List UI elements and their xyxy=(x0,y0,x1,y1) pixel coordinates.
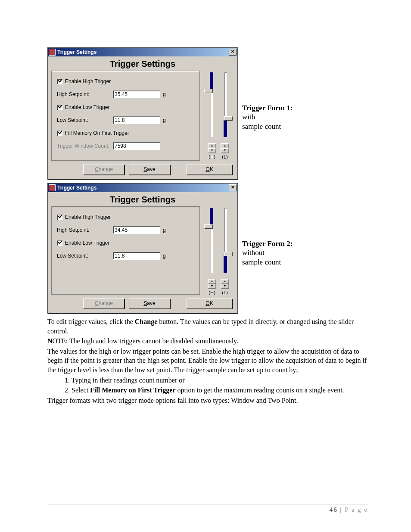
spin-up-icon[interactable]: ▲ xyxy=(221,143,229,148)
slider-panel: ▲ ▼ ▲ ▼ (H) (L) xyxy=(203,71,234,161)
ok-button[interactable]: OK xyxy=(187,299,232,309)
spin-up-icon[interactable]: ▲ xyxy=(221,279,229,284)
low-setpoint-input[interactable] xyxy=(113,116,160,124)
body-text: To edit trigger values, click the Change… xyxy=(47,317,368,405)
checkbox-icon xyxy=(57,105,62,110)
spin-down-icon[interactable]: ▼ xyxy=(208,284,216,289)
low-setpoint-input[interactable] xyxy=(113,252,160,260)
low-setpoint-label: Low Setpoint: xyxy=(57,117,113,123)
spin-l-label: (L) xyxy=(221,290,229,295)
spin-down-icon[interactable]: ▼ xyxy=(221,148,229,153)
save-button[interactable]: Save xyxy=(129,165,170,175)
app-icon xyxy=(49,49,56,56)
slider-thumb-icon[interactable] xyxy=(204,224,213,229)
checkbox-icon xyxy=(57,131,62,136)
app-icon xyxy=(49,184,56,191)
unit-label: g xyxy=(163,253,166,259)
dialog-heading: Trigger Settings xyxy=(48,192,237,206)
window-title: Trigger Settings xyxy=(57,49,229,55)
low-slider[interactable] xyxy=(221,72,230,137)
low-setpoint-label: Low Setpoint: xyxy=(57,253,113,259)
high-setpoint-input[interactable] xyxy=(113,226,160,234)
high-setpoint-input[interactable] xyxy=(113,90,160,98)
low-spin[interactable]: ▲ ▼ xyxy=(221,143,229,153)
enable-high-label: Enable High Trigger xyxy=(65,78,111,84)
unit-label: g xyxy=(163,227,166,233)
spin-up-icon[interactable]: ▲ xyxy=(208,143,216,148)
low-spin[interactable]: ▲ ▼ xyxy=(221,279,229,289)
spin-h-label: (H) xyxy=(208,154,216,159)
checkbox-icon xyxy=(57,240,62,246)
checkbox-icon xyxy=(57,79,62,84)
close-button[interactable]: ✕ xyxy=(229,184,237,191)
high-slider[interactable] xyxy=(207,208,216,273)
high-spin[interactable]: ▲ ▼ xyxy=(208,279,216,289)
enable-low-trigger-checkbox[interactable]: Enable Low Trigger xyxy=(57,240,109,246)
dialog-heading: Trigger Settings xyxy=(48,56,237,71)
high-setpoint-label: High Setpoint: xyxy=(57,227,113,233)
high-spin[interactable]: ▲ ▼ xyxy=(208,143,216,153)
spin-down-icon[interactable]: ▼ xyxy=(208,148,216,153)
form2-caption: Trigger Form 2: without sample count xyxy=(242,239,293,267)
trigger-window-count-label: Trigger Window Count: xyxy=(57,143,113,149)
enable-high-label: Enable High Trigger xyxy=(65,214,111,220)
trigger-window-count-input[interactable] xyxy=(113,142,160,150)
unit-label: g xyxy=(163,91,166,97)
save-button[interactable]: Save xyxy=(129,299,170,309)
fill-memory-checkbox[interactable]: Fill Memory On First Trigger xyxy=(57,130,129,136)
slider-thumb-icon[interactable] xyxy=(224,116,233,121)
slider-thumb-icon[interactable] xyxy=(204,89,213,93)
close-button[interactable]: ✕ xyxy=(229,49,237,56)
trigger-group: Enable High Trigger High Setpoint: g Ena… xyxy=(51,206,200,295)
page-number: 46 | P a g e xyxy=(47,506,368,513)
enable-low-label: Enable Low Trigger xyxy=(65,240,109,246)
high-slider[interactable] xyxy=(207,72,216,137)
change-button[interactable]: Change xyxy=(83,165,125,175)
enable-low-label: Enable Low Trigger xyxy=(65,104,109,110)
window-title: Trigger Settings xyxy=(57,185,229,191)
footer-divider xyxy=(47,504,368,504)
high-setpoint-label: High Setpoint: xyxy=(57,91,113,97)
trigger-settings-dialog-1: Trigger Settings ✕ Trigger Settings Enab… xyxy=(47,47,238,180)
spin-up-icon[interactable]: ▲ xyxy=(208,279,216,284)
checkbox-icon xyxy=(57,215,62,220)
fill-memory-label: Fill Memory On First Trigger xyxy=(65,130,129,136)
change-button[interactable]: Change xyxy=(83,299,125,309)
trigger-group: Enable High Trigger High Setpoint: g Ena… xyxy=(51,71,200,161)
form1-caption: Trigger Form 1: with sample count xyxy=(242,103,293,131)
low-slider[interactable] xyxy=(221,208,230,273)
trigger-settings-dialog-2: Trigger Settings ✕ Trigger Settings Enab… xyxy=(47,183,238,314)
enable-high-trigger-checkbox[interactable]: Enable High Trigger xyxy=(57,214,111,220)
titlebar[interactable]: Trigger Settings ✕ xyxy=(48,184,237,192)
ok-button[interactable]: OK xyxy=(187,165,232,175)
enable-low-trigger-checkbox[interactable]: Enable Low Trigger xyxy=(57,104,109,110)
slider-thumb-icon[interactable] xyxy=(224,252,233,256)
titlebar[interactable]: Trigger Settings ✕ xyxy=(48,48,237,56)
spin-l-label: (L) xyxy=(221,154,229,159)
unit-label: g xyxy=(163,117,166,123)
spin-h-label: (H) xyxy=(208,290,216,295)
slider-panel: ▲ ▼ ▲ ▼ (H) (L) xyxy=(203,206,234,295)
enable-high-trigger-checkbox[interactable]: Enable High Trigger xyxy=(57,78,111,84)
spin-down-icon[interactable]: ▼ xyxy=(221,284,229,289)
